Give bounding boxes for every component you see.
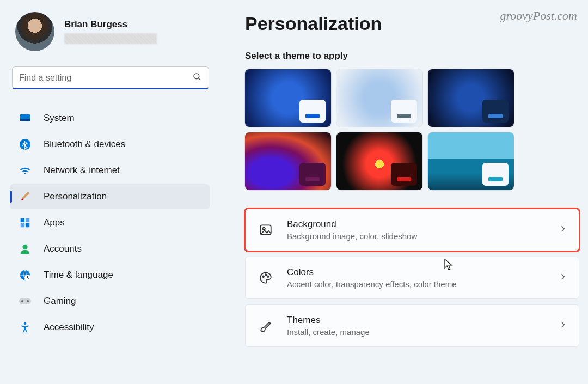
search-input[interactable] — [19, 73, 192, 83]
sidebar-item-gaming[interactable]: Gaming — [10, 289, 210, 314]
main-content: Personalization Select a theme to apply … — [245, 13, 579, 347]
chevron-right-icon — [559, 321, 567, 331]
theme-swatch — [482, 163, 509, 186]
sidebar-item-label: System — [44, 113, 75, 124]
sidebar-item-label: Personalization — [44, 191, 107, 202]
sidebar-item-apps[interactable]: Apps — [10, 210, 210, 235]
sidebar-item-accounts[interactable]: Accounts — [10, 236, 210, 261]
row-title: Colors — [287, 267, 546, 278]
svg-point-15 — [24, 322, 27, 325]
sidebar: Brian Burgess System Bluetooth & devices — [0, 0, 215, 384]
svg-rect-3 — [20, 119, 30, 121]
system-icon — [19, 112, 32, 125]
sidebar-item-label: Apps — [44, 217, 65, 228]
sidebar-item-network[interactable]: Network & internet — [10, 158, 210, 183]
profile-email-redacted — [64, 33, 157, 44]
row-title: Themes — [287, 315, 546, 326]
sidebar-item-label: Network & internet — [44, 165, 120, 176]
settings-rows: Background Background image, color, slid… — [245, 209, 579, 347]
svg-point-4 — [20, 139, 30, 150]
page-title: Personalization — [245, 13, 579, 34]
row-text: Themes Install, create, manage — [287, 315, 546, 337]
row-subtitle: Accent color, transparency effects, colo… — [287, 279, 546, 289]
theme-tile[interactable] — [428, 69, 514, 127]
theme-tile[interactable] — [245, 132, 331, 190]
palette-icon — [258, 271, 274, 285]
apps-icon — [19, 216, 32, 229]
row-text: Background Background image, color, slid… — [287, 219, 546, 241]
sidebar-item-personalization[interactable]: Personalization — [10, 184, 210, 209]
row-subtitle: Background image, color, slideshow — [287, 231, 546, 241]
theme-tile[interactable] — [336, 132, 422, 190]
paintbrush-icon — [19, 190, 32, 203]
globe-clock-icon — [19, 269, 32, 282]
row-title: Background — [287, 219, 546, 230]
svg-rect-6 — [26, 218, 29, 222]
svg-point-0 — [194, 74, 199, 79]
svg-point-17 — [263, 228, 265, 230]
svg-rect-8 — [26, 223, 29, 227]
sidebar-item-bluetooth[interactable]: Bluetooth & devices — [10, 132, 210, 157]
svg-point-13 — [21, 300, 23, 302]
svg-line-1 — [198, 78, 200, 80]
chevron-right-icon — [559, 225, 567, 235]
theme-swatch — [299, 100, 326, 123]
theme-tile[interactable] — [336, 69, 422, 127]
sidebar-item-label: Accounts — [44, 243, 82, 254]
theme-subheading: Select a theme to apply — [245, 51, 579, 62]
svg-point-18 — [262, 276, 264, 277]
profile-text: Brian Burgess — [64, 19, 157, 44]
sidebar-item-label: Bluetooth & devices — [44, 139, 125, 150]
sidebar-item-time-language[interactable]: Time & language — [10, 263, 210, 288]
brush-icon — [258, 319, 274, 333]
row-text: Colors Accent color, transparency effect… — [287, 267, 546, 289]
accessibility-icon — [19, 321, 32, 334]
theme-tile[interactable] — [428, 132, 514, 190]
sidebar-nav: System Bluetooth & devices Network & int… — [10, 106, 210, 340]
theme-swatch — [299, 163, 326, 186]
theme-swatch — [391, 100, 417, 123]
search-icon — [192, 72, 202, 84]
avatar — [15, 12, 54, 51]
profile-block[interactable]: Brian Burgess — [10, 12, 210, 51]
svg-point-14 — [27, 300, 29, 302]
search-box[interactable] — [12, 66, 209, 89]
svg-point-9 — [22, 245, 27, 249]
sidebar-item-accessibility[interactable]: Accessibility — [10, 315, 210, 340]
setting-row-colors[interactable]: Colors Accent color, transparency effect… — [245, 257, 579, 299]
gamepad-icon — [19, 295, 32, 308]
theme-swatch — [391, 163, 417, 186]
bluetooth-icon — [19, 138, 32, 151]
svg-point-20 — [267, 276, 269, 277]
svg-rect-12 — [19, 298, 31, 304]
profile-name: Brian Burgess — [64, 19, 157, 30]
svg-rect-5 — [21, 218, 24, 222]
sidebar-item-label: Time & language — [44, 270, 113, 281]
theme-tile[interactable] — [245, 69, 331, 127]
svg-point-19 — [265, 274, 267, 276]
setting-row-themes[interactable]: Themes Install, create, manage — [245, 304, 579, 347]
svg-rect-7 — [21, 223, 24, 227]
sidebar-item-label: Accessibility — [44, 322, 94, 333]
sidebar-item-label: Gaming — [44, 296, 76, 307]
theme-grid — [245, 69, 579, 190]
person-icon — [19, 242, 32, 255]
wifi-icon — [19, 164, 32, 177]
theme-swatch — [482, 100, 509, 123]
row-subtitle: Install, create, manage — [287, 327, 546, 337]
setting-row-background[interactable]: Background Background image, color, slid… — [245, 209, 579, 251]
picture-icon — [258, 223, 274, 237]
sidebar-item-system[interactable]: System — [10, 106, 210, 131]
chevron-right-icon — [559, 273, 567, 283]
